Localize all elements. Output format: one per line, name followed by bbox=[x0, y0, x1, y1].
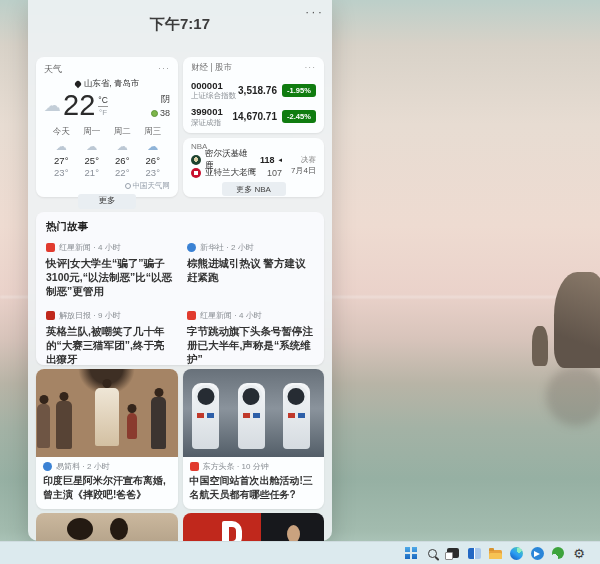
weather-menu-icon[interactable]: ··· bbox=[158, 63, 170, 76]
source-logo-icon bbox=[46, 311, 55, 320]
news-card[interactable]: 东方头条 · 10 分钟 中国空间站首次出舱活动!三名航天员都有哪些任务? bbox=[183, 369, 325, 509]
bucks-logo-icon bbox=[191, 155, 201, 165]
task-view-button[interactable] bbox=[446, 546, 460, 560]
green-app-icon bbox=[552, 547, 564, 559]
stock-name: 深证成指 bbox=[191, 118, 223, 127]
story-headline: 快评|女大学生“骗了”骗子3100元,“以法制恶”比“以恶制恶”更管用 bbox=[46, 256, 173, 299]
partial-news-card[interactable] bbox=[36, 513, 178, 541]
clock-time: 下午7:17 bbox=[28, 0, 332, 34]
source-logo-icon bbox=[46, 243, 55, 252]
weather-attribution: 中国天气网 bbox=[44, 181, 170, 191]
nba-more-button[interactable]: 更多 NBA bbox=[222, 182, 286, 196]
forecast-day[interactable]: 周二 ☁ 26° 22° bbox=[107, 126, 138, 178]
stock-name: 上证综合指数 bbox=[191, 91, 236, 100]
nba-date: 7月4日 bbox=[282, 165, 316, 176]
story-meta: 红星新闻 · 4 小时 bbox=[200, 310, 262, 321]
rain-cloud-icon: ☁ bbox=[138, 138, 169, 155]
stock-price: 3,518.76 bbox=[238, 85, 277, 96]
story-headline: 字节跳动旗下头条号暂停注册已大半年,声称是“系统维护” bbox=[187, 324, 314, 367]
news-photo-astronauts bbox=[183, 369, 325, 457]
nba-score: 118 bbox=[260, 155, 275, 165]
aqi-mask-icon bbox=[151, 110, 158, 117]
unit-fahrenheit[interactable]: °F bbox=[99, 107, 107, 117]
app-green-button[interactable] bbox=[551, 546, 565, 560]
stock-row[interactable]: 000001 上证综合指数 3,518.76 -1.95% bbox=[191, 80, 316, 100]
news-headline: 印度巨星阿米尔汗宣布离婚,曾主演《摔跤吧!爸爸》 bbox=[43, 474, 171, 501]
wallpaper-rock-large bbox=[554, 272, 600, 368]
weather-title: 天气 bbox=[44, 63, 62, 76]
forecast-day[interactable]: 周三 ☁ 26° 23° bbox=[138, 126, 169, 178]
weather-condition: 阴 bbox=[151, 93, 170, 106]
stock-row[interactable]: 399001 深证成指 14,670.71 -2.45% bbox=[191, 106, 316, 126]
weather-widget[interactable]: 天气 ··· 山东省, 青岛市 ☁ 22 °C °F 阴 38 bbox=[36, 57, 178, 197]
story-item[interactable]: 红星新闻 · 4 小时 字节跳动旗下头条号暂停注册已大半年,声称是“系统维护” bbox=[187, 310, 314, 367]
news-meta: 易简料 · 2 小时 bbox=[56, 461, 110, 472]
story-headline: 英格兰队,被嘲笑了几十年的“大赛三猫军团”,终于亮出獠牙 bbox=[46, 324, 173, 367]
stock-price: 14,670.71 bbox=[233, 111, 278, 122]
news-card[interactable]: 易简料 · 2 小时 印度巨星阿米尔汗宣布离婚,曾主演《摔跤吧!爸爸》 bbox=[36, 369, 178, 509]
globe-icon bbox=[125, 183, 131, 189]
wallpaper-rock-small bbox=[532, 326, 548, 366]
cloud-icon: ☁ bbox=[44, 97, 61, 114]
stock-code: 000001 bbox=[191, 80, 236, 91]
partial-news-row bbox=[28, 513, 332, 541]
blue-app-icon bbox=[531, 547, 544, 560]
nba-score: 107 bbox=[267, 168, 282, 178]
file-explorer-button[interactable] bbox=[488, 546, 502, 560]
news-meta: 东方头条 · 10 分钟 bbox=[203, 461, 269, 472]
finance-menu-icon[interactable]: ··· bbox=[305, 62, 317, 74]
story-headline: 棕熊进城引热议 警方建议赶紧跑 bbox=[187, 256, 314, 284]
unit-celsius[interactable]: °C bbox=[98, 95, 108, 107]
settings-button[interactable]: ⚙ bbox=[572, 546, 586, 560]
folder-icon bbox=[489, 550, 502, 559]
nba-widget[interactable]: NBA 密尔沃基雄鹿 118 ◂ 亚特兰大老鹰 107 bbox=[183, 138, 324, 197]
edge-button[interactable] bbox=[509, 546, 523, 560]
taskbar: ⚙ bbox=[0, 541, 600, 564]
news-headline: 中国空间站首次出舱活动!三名航天员都有哪些任务? bbox=[190, 474, 318, 501]
rock-reflection bbox=[546, 366, 600, 426]
forecast-row: 今天 ☁ 27° 23° 周一 ☁ 25° 21° 周二 ☁ 26° 22° bbox=[44, 126, 170, 178]
nba-team-row: 亚特兰大老鹰 107 bbox=[191, 166, 282, 179]
top-stories-card: 热门故事 红星新闻 · 4 小时 快评|女大学生“骗了”骗子3100元,“以法制… bbox=[36, 212, 324, 365]
edge-browser-icon bbox=[510, 547, 523, 560]
widgets-panel: 下午7:17 ··· 天气 ··· 山东省, 青岛市 ☁ 22 °C °F bbox=[28, 0, 332, 541]
story-item[interactable]: 红星新闻 · 4 小时 快评|女大学生“骗了”骗子3100元,“以法制恶”比“以… bbox=[46, 242, 173, 299]
cloud-icon: ☁ bbox=[77, 138, 108, 155]
weather-more-button[interactable]: 更多 bbox=[78, 194, 136, 209]
news-photo-movie bbox=[36, 369, 178, 457]
cloud-icon: ☁ bbox=[46, 138, 77, 155]
widgets-button[interactable] bbox=[467, 546, 481, 560]
story-meta: 解放日报 · 9 小时 bbox=[59, 310, 121, 321]
finance-widget[interactable]: 财经 | 股市 ··· 000001 上证综合指数 3,518.76 -1.95… bbox=[183, 57, 324, 133]
source-logo-icon bbox=[43, 462, 52, 471]
finance-title: 财经 | 股市 bbox=[191, 62, 232, 74]
current-temperature: 22 bbox=[63, 91, 95, 120]
partial-news-card[interactable] bbox=[183, 513, 325, 541]
air-quality: 38 bbox=[151, 108, 170, 118]
windows-logo-icon bbox=[405, 547, 417, 559]
story-meta: 红星新闻 · 4 小时 bbox=[59, 242, 121, 253]
top-stories-title: 热门故事 bbox=[46, 220, 314, 234]
hawks-logo-icon bbox=[191, 168, 201, 178]
story-item[interactable]: 新华社 · 2 小时 棕熊进城引热议 警方建议赶紧跑 bbox=[187, 242, 314, 299]
search-button[interactable] bbox=[425, 546, 439, 560]
widgets-top-row: 天气 ··· 山东省, 青岛市 ☁ 22 °C °F 阴 38 bbox=[28, 57, 332, 197]
story-item[interactable]: 解放日报 · 9 小时 英格兰队,被嘲笑了几十年的“大赛三猫军团”,终于亮出獠牙 bbox=[46, 310, 173, 367]
news-cards-row: 易简料 · 2 小时 印度巨星阿米尔汗宣布离婚,曾主演《摔跤吧!爸爸》 东方头条… bbox=[28, 369, 332, 509]
unit-toggle[interactable]: °C °F bbox=[98, 95, 108, 117]
forecast-day[interactable]: 周一 ☁ 25° 21° bbox=[77, 126, 108, 178]
task-view-icon bbox=[447, 548, 459, 558]
stock-change-badge: -2.45% bbox=[282, 110, 316, 123]
cloud-icon: ☁ bbox=[107, 138, 138, 155]
stock-code: 399001 bbox=[191, 106, 223, 117]
widgets-panel-header: 下午7:17 ··· bbox=[28, 0, 332, 57]
forecast-day[interactable]: 今天 ☁ 27° 23° bbox=[46, 126, 77, 178]
source-logo-icon bbox=[187, 243, 196, 252]
story-meta: 新华社 · 2 小时 bbox=[200, 242, 254, 253]
location-pin-icon bbox=[73, 80, 81, 88]
panel-more-options-icon[interactable]: ··· bbox=[305, 4, 324, 19]
start-button[interactable] bbox=[404, 546, 418, 560]
source-logo-icon bbox=[187, 311, 196, 320]
stock-change-badge: -1.95% bbox=[282, 84, 316, 97]
app-blue-button[interactable] bbox=[530, 546, 544, 560]
